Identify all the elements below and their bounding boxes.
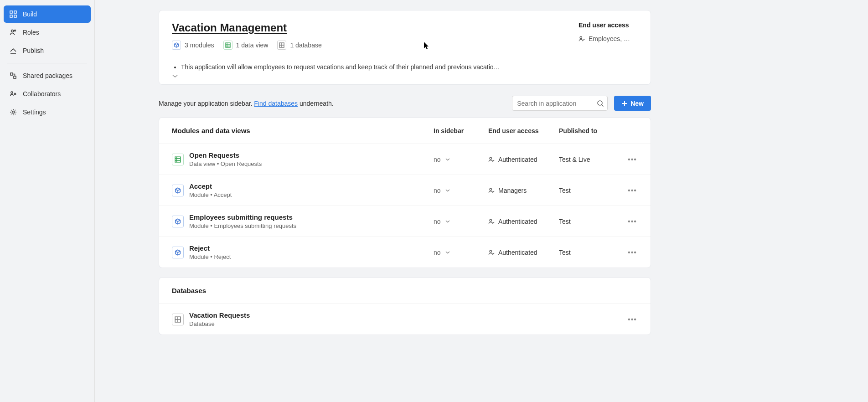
- published-cell: Test: [559, 218, 602, 225]
- svg-rect-0: [10, 11, 12, 13]
- end-user-text: Employees, …: [589, 35, 630, 42]
- app-title[interactable]: Vacation Management: [172, 21, 322, 34]
- svg-rect-14: [175, 157, 181, 162]
- expand-description-button[interactable]: [172, 74, 638, 78]
- table-row[interactable]: Vacation RequestsDatabase•••: [159, 304, 651, 335]
- svg-rect-10: [226, 43, 230, 47]
- roles-icon: [9, 28, 17, 36]
- end-user-access-block: End user access Employees, …: [579, 21, 638, 50]
- more-button[interactable]: •••: [627, 155, 638, 164]
- in-sidebar-dropdown[interactable]: no: [434, 156, 470, 163]
- svg-point-5: [15, 30, 16, 31]
- search-icon: [597, 100, 604, 107]
- table-row[interactable]: Open RequestsData view • Open Requestsno…: [159, 144, 651, 175]
- chevron-down-icon: [445, 220, 450, 223]
- sidebar-item-settings[interactable]: Settings: [4, 103, 91, 121]
- packages-icon: [9, 72, 17, 80]
- access-cell[interactable]: Authenticated: [488, 218, 541, 225]
- module-icon: [172, 247, 184, 258]
- svg-rect-3: [14, 15, 16, 17]
- modules-section-title: Modules and data views: [172, 127, 250, 134]
- database-icon: [277, 41, 286, 50]
- row-subtitle: Data view • Open Requests: [189, 160, 434, 167]
- in-sidebar-dropdown[interactable]: no: [434, 187, 470, 194]
- module-icon: [172, 41, 181, 50]
- persona-icon: [488, 156, 495, 163]
- row-subtitle: Module • Employees submitting requests: [189, 222, 434, 229]
- in-sidebar-dropdown[interactable]: no: [434, 249, 470, 256]
- svg-point-4: [11, 30, 14, 32]
- access-cell[interactable]: Authenticated: [488, 156, 541, 163]
- more-button[interactable]: •••: [627, 186, 638, 195]
- row-subtitle: Module • Accept: [189, 191, 434, 198]
- publish-icon: [9, 46, 17, 55]
- row-subtitle: Database: [189, 320, 620, 327]
- sidebar-item-roles[interactable]: Roles: [4, 24, 91, 41]
- search-input[interactable]: [517, 100, 597, 107]
- stat-dataviews: 1 data view: [223, 41, 269, 50]
- databases-card: Databases Vacation RequestsDatabase•••: [159, 277, 651, 335]
- databases-section-title: Databases: [172, 287, 206, 294]
- chevron-down-icon: [445, 158, 450, 161]
- new-button[interactable]: New: [614, 96, 651, 111]
- search-box[interactable]: [512, 96, 608, 111]
- find-databases-link[interactable]: Find databases: [254, 100, 298, 107]
- more-button[interactable]: •••: [627, 217, 638, 226]
- sidebar-item-shared-packages[interactable]: Shared packages: [4, 67, 91, 84]
- stat-text: 1 database: [290, 41, 321, 49]
- toolbar-text-pre: Manage your application sidebar.: [159, 100, 254, 107]
- stat-modules: 3 modules: [172, 41, 214, 50]
- sidebar-item-label: Roles: [23, 29, 39, 36]
- sidebar-item-build[interactable]: Build: [4, 5, 91, 23]
- more-button[interactable]: •••: [627, 248, 638, 257]
- sidebar-item-publish[interactable]: Publish: [4, 42, 91, 59]
- col-access: End user access: [488, 127, 541, 134]
- collab-icon: [9, 90, 17, 98]
- svg-point-17: [490, 219, 491, 221]
- module-icon: [172, 185, 184, 196]
- svg-point-12: [580, 36, 582, 38]
- sidebar: Build Roles Publish Shared packages Coll…: [0, 0, 95, 402]
- row-title: Accept: [189, 182, 434, 190]
- module-icon: [172, 216, 184, 227]
- table-row[interactable]: AcceptModule • AcceptnoManagersTest•••: [159, 175, 651, 206]
- row-title: Open Requests: [189, 151, 434, 159]
- stats-row: 3 modules 1 data view 1 database: [172, 41, 322, 50]
- main-content: Vacation Management 3 modules 1 data vie…: [95, 0, 868, 402]
- svg-point-9: [12, 111, 15, 113]
- sidebar-item-label: Collaborators: [23, 90, 61, 98]
- table-icon: [223, 41, 232, 50]
- table-row[interactable]: RejectModule • RejectnoAuthenticatedTest…: [159, 237, 651, 268]
- sidebar-item-collaborators[interactable]: Collaborators: [4, 85, 91, 103]
- published-cell: Test: [559, 187, 602, 194]
- stat-text: 3 modules: [185, 41, 214, 49]
- col-published: Published to: [559, 127, 602, 134]
- svg-point-16: [490, 188, 491, 190]
- databases-section-header: Databases: [159, 278, 651, 304]
- svg-point-13: [598, 101, 602, 105]
- svg-rect-1: [14, 11, 16, 13]
- col-in-sidebar: In sidebar: [434, 127, 470, 134]
- published-cell: Test & Live: [559, 156, 602, 163]
- plus-icon: [621, 100, 628, 107]
- end-user-access-label: End user access: [579, 21, 638, 29]
- chevron-down-icon: [445, 251, 450, 254]
- table-row[interactable]: Employees submitting requestsModule • Em…: [159, 206, 651, 237]
- sidebar-item-label: Publish: [23, 47, 44, 54]
- access-cell[interactable]: Managers: [488, 187, 541, 194]
- sidebar-item-label: Build: [23, 10, 37, 18]
- toolbar: Manage your application sidebar. Find da…: [159, 96, 651, 111]
- app-description: This application will allow employees to…: [181, 63, 638, 71]
- grid-icon: [9, 10, 17, 18]
- svg-rect-7: [14, 76, 16, 78]
- end-user-access-value[interactable]: Employees, …: [579, 35, 638, 42]
- chevron-down-icon: [445, 189, 450, 192]
- divider: [7, 63, 87, 63]
- svg-rect-2: [10, 15, 12, 17]
- svg-point-15: [490, 157, 491, 159]
- persona-icon: [579, 36, 585, 42]
- access-cell[interactable]: Authenticated: [488, 249, 541, 256]
- in-sidebar-dropdown[interactable]: no: [434, 218, 470, 225]
- toolbar-text-post: underneath.: [298, 100, 334, 107]
- more-button[interactable]: •••: [627, 315, 638, 324]
